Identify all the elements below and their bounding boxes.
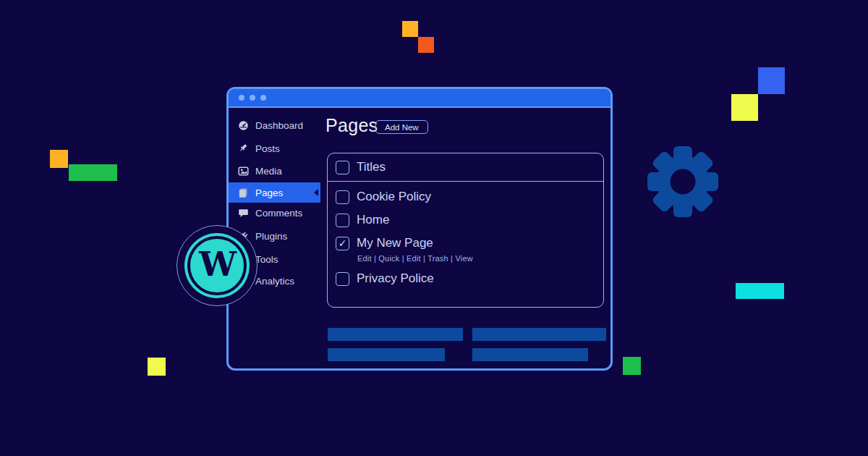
decor-bar-green-left [69,164,117,181]
sidebar-item-label: Tools [255,254,278,265]
list-header-divider [328,181,603,182]
wordpress-logo: W [176,225,258,306]
sidebar-item-label: Media [255,166,282,177]
sidebar-item-pages[interactable]: Pages [229,182,320,203]
decor-square-orange-top [418,37,434,53]
window-control-dot[interactable] [250,95,255,101]
window-titlebar [229,89,610,108]
page-row-label: Privacy Police [357,271,434,286]
placeholder-bar [472,328,606,341]
wordpress-logo-disc: W [184,233,250,298]
pushpin-icon [238,143,249,154]
placeholder-bar [328,348,445,361]
decor-square-amber-top [402,21,418,37]
select-all-checkbox[interactable] [336,161,349,174]
page-row-label: My New Page [357,236,433,250]
dashboard-icon [238,120,249,131]
gear-icon [646,145,720,221]
decor-square-blue-right [758,67,785,94]
decor-square-yellow-right [731,94,758,121]
decor-square-green-bottom [623,357,641,375]
list-header-row: Titles [336,160,386,174]
list-item[interactable]: ✓ My New Page [336,236,433,250]
pages-list: Titles Cookie Policy Home ✓ My New Page … [327,153,604,308]
row-action-links[interactable]: Edit | Quick | Edit | Trash | View [357,254,473,263]
list-header-label: Titles [357,160,386,174]
window-control-dot[interactable] [239,95,244,101]
sidebar-item-label: Dashboard [255,120,303,131]
placeholder-bar [472,348,588,361]
sidebar-item-label: Posts [255,143,280,154]
decor-square-amber-left [50,150,68,168]
list-item[interactable]: Cookie Policy [336,190,431,204]
row-checkbox-checked[interactable]: ✓ [336,237,349,250]
list-item[interactable]: Privacy Police [336,271,434,286]
page-row-label: Cookie Policy [357,190,431,204]
add-new-button[interactable]: Add New [375,120,428,134]
decor-square-yellow-bottom [148,358,166,376]
sidebar-item-label: Analytics [255,276,294,287]
sidebar-item-dashboard[interactable]: Dashboard [229,115,320,135]
browser-window: Dashboard Posts Media Pages [226,87,613,371]
hero-illustration: Dashboard Posts Media Pages [0,0,868,456]
row-checkbox[interactable] [336,190,349,204]
media-icon [238,166,249,177]
sidebar-item-label: Plugins [255,231,287,242]
row-checkbox[interactable] [336,214,349,227]
sidebar-item-comments[interactable]: Comments [229,203,320,223]
window-control-dot[interactable] [260,95,266,101]
wordpress-w-letter: W [199,245,235,284]
sidebar-item-label: Pages [255,187,283,198]
page-row-label: Home [357,213,389,227]
checkmark-icon: ✓ [339,238,347,248]
page-title: Pages [326,115,378,136]
sidebar-item-posts[interactable]: Posts [229,138,320,159]
placeholder-bar [328,328,463,341]
pages-icon [238,187,249,198]
list-item[interactable]: Home [336,213,389,227]
active-item-arrow-icon [314,189,318,196]
sidebar-item-label: Comments [255,208,302,219]
comment-icon [238,208,249,219]
decor-bar-cyan-right [736,283,784,299]
row-checkbox[interactable] [336,272,349,286]
sidebar-item-media[interactable]: Media [229,161,320,181]
